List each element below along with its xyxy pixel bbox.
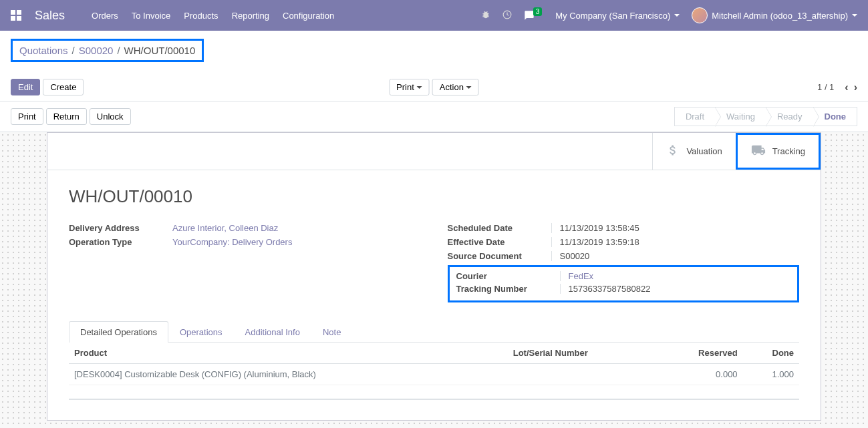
user-name: Mitchell Admin (odoo_13_aftership) xyxy=(712,11,848,21)
company-name: My Company (San Francisco) xyxy=(555,11,670,21)
pager-text[interactable]: 1 / 1 xyxy=(817,82,834,92)
cell-reserved: 0.000 xyxy=(656,364,743,385)
topbar: Sales Orders To Invoice Products Reporti… xyxy=(0,0,868,31)
action-dropdown[interactable]: Action xyxy=(432,79,479,95)
menu-reporting[interactable]: Reporting xyxy=(232,11,269,21)
breadcrumb-active: WH/OUT/00010 xyxy=(124,45,196,56)
apps-icon[interactable] xyxy=(11,10,21,21)
stat-buttons: Valuation Tracking xyxy=(47,133,821,170)
chat-icon[interactable]: 3 xyxy=(524,10,544,21)
courier-value[interactable]: FedEx xyxy=(569,271,594,281)
main-menu: Orders To Invoice Products Reporting Con… xyxy=(92,11,334,21)
edit-button[interactable]: Edit xyxy=(11,79,40,95)
breadcrumb-quotations[interactable]: Quotations xyxy=(19,45,68,56)
col-done[interactable]: Done xyxy=(743,343,799,364)
source-document-value: S00020 xyxy=(560,251,590,261)
action-bar: Print Return Unlock Draft Waiting Ready … xyxy=(0,101,868,132)
menu-to-invoice[interactable]: To Invoice xyxy=(132,11,171,21)
pager-prev[interactable]: ‹ xyxy=(845,81,848,93)
chat-count: 3 xyxy=(533,7,543,16)
unlock-button[interactable]: Unlock xyxy=(90,108,131,125)
source-document-label: Source Document xyxy=(448,251,551,261)
statusbar: Draft Waiting Ready Done xyxy=(674,107,857,126)
scheduled-date-label: Scheduled Date xyxy=(448,223,551,233)
pager-next[interactable]: › xyxy=(854,81,857,93)
record-title: WH/OUT/00010 xyxy=(69,186,799,207)
col-reserved[interactable]: Reserved xyxy=(656,343,743,364)
avatar xyxy=(692,7,708,23)
status-waiting[interactable]: Waiting xyxy=(716,107,766,126)
col-product[interactable]: Product xyxy=(69,343,508,364)
cell-product: [DESK0004] Customizable Desk (CONFIG) (A… xyxy=(69,364,508,385)
status-done[interactable]: Done xyxy=(814,107,858,126)
control-panel: Quotations / S00020 / WH/OUT/00010 Edit … xyxy=(0,31,868,101)
courier-label: Courier xyxy=(456,271,560,281)
tracking-info-box: Courier FedEx Tracking Number 1573633758… xyxy=(448,265,800,302)
print-button[interactable]: Print xyxy=(11,108,43,125)
menu-orders[interactable]: Orders xyxy=(92,11,118,21)
tab-detailed-operations[interactable]: Detailed Operations xyxy=(69,321,168,343)
chevron-down-icon xyxy=(466,86,472,89)
tabs: Detailed Operations Operations Additiona… xyxy=(69,321,799,343)
tracking-number-value: 15736337587580822 xyxy=(569,284,651,294)
tab-operations[interactable]: Operations xyxy=(168,321,234,343)
table-row[interactable]: [DESK0004] Customizable Desk (CONFIG) (A… xyxy=(69,364,799,385)
effective-date-label: Effective Date xyxy=(448,237,551,247)
return-button[interactable]: Return xyxy=(46,108,87,125)
effective-date-value: 11/13/2019 13:59:18 xyxy=(560,237,639,247)
company-switcher[interactable]: My Company (San Francisco) xyxy=(555,11,680,21)
cell-done: 1.000 xyxy=(743,364,799,385)
breadcrumb: Quotations / S00020 / WH/OUT/00010 xyxy=(11,39,204,62)
tracking-stat-button[interactable]: Tracking xyxy=(736,133,821,170)
right-field-group: Scheduled Date 11/13/2019 13:58:45 Effec… xyxy=(448,223,800,302)
col-lot[interactable]: Lot/Serial Number xyxy=(508,343,656,364)
breadcrumb-order[interactable]: S00020 xyxy=(79,45,114,56)
operation-type-value[interactable]: YourCompany: Delivery Orders xyxy=(172,237,292,247)
brand-title[interactable]: Sales xyxy=(35,9,65,23)
truck-icon xyxy=(751,143,766,160)
operation-type-label: Operation Type xyxy=(69,237,172,247)
form-view: Valuation Tracking WH/OUT/00010 Delivery… xyxy=(0,132,868,428)
cell-lot xyxy=(508,364,656,385)
clock-icon[interactable] xyxy=(502,10,512,21)
tab-additional-info[interactable]: Additional Info xyxy=(234,321,311,343)
operations-table: Product Lot/Serial Number Reserved Done … xyxy=(69,343,799,399)
form-sheet: Valuation Tracking WH/OUT/00010 Delivery… xyxy=(47,132,821,421)
delivery-address-value[interactable]: Azure Interior, Colleen Diaz xyxy=(172,223,278,233)
status-ready[interactable]: Ready xyxy=(766,107,814,126)
bug-icon[interactable] xyxy=(481,10,490,21)
left-field-group: Delivery Address Azure Interior, Colleen… xyxy=(69,223,421,302)
dollar-icon xyxy=(666,144,680,159)
tracking-number-label: Tracking Number xyxy=(456,284,560,294)
chevron-down-icon xyxy=(417,86,422,89)
tab-note[interactable]: Note xyxy=(311,321,352,343)
status-draft[interactable]: Draft xyxy=(674,107,716,126)
tracking-label: Tracking xyxy=(772,146,805,156)
chevron-down-icon xyxy=(674,14,680,17)
menu-configuration[interactable]: Configuration xyxy=(283,11,334,21)
delivery-address-label: Delivery Address xyxy=(69,223,172,233)
menu-products[interactable]: Products xyxy=(184,11,218,21)
create-button[interactable]: Create xyxy=(43,79,84,95)
chevron-down-icon xyxy=(852,14,857,17)
table-footer xyxy=(69,399,799,404)
valuation-stat-button[interactable]: Valuation xyxy=(652,133,735,170)
scheduled-date-value: 11/13/2019 13:58:45 xyxy=(560,223,639,233)
user-menu[interactable]: Mitchell Admin (odoo_13_aftership) xyxy=(692,7,857,23)
print-dropdown[interactable]: Print xyxy=(389,79,430,95)
valuation-label: Valuation xyxy=(686,146,722,156)
